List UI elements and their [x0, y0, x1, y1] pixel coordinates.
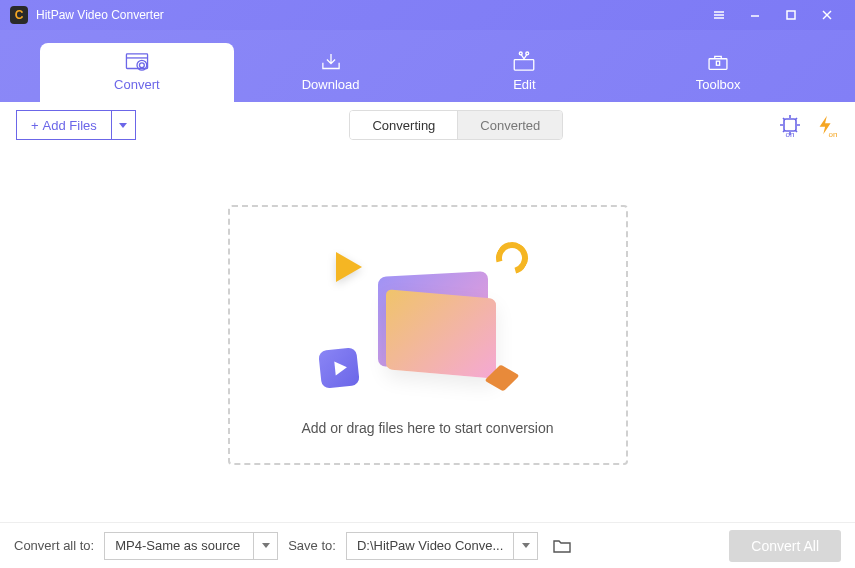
svg-rect-14: [717, 61, 720, 65]
plus-icon: +: [31, 118, 39, 133]
footer: Convert all to: MP4-Same as source Save …: [0, 522, 855, 568]
tab-toolbox-label: Toolbox: [696, 77, 741, 92]
tab-edit[interactable]: Edit: [428, 43, 622, 102]
add-files-button[interactable]: + Add Files: [16, 110, 112, 140]
status-segment: Converting Converted: [349, 110, 563, 140]
main-area: Add or drag files here to start conversi…: [0, 148, 855, 522]
tab-edit-label: Edit: [513, 77, 535, 92]
format-select-value[interactable]: MP4-Same as source: [104, 532, 254, 560]
svg-point-11: [520, 52, 523, 55]
chevron-down-icon: [522, 543, 530, 548]
save-path-caret[interactable]: [514, 532, 538, 560]
save-path-value[interactable]: D:\HitPaw Video Conve...: [346, 532, 514, 560]
segment-converting[interactable]: Converting: [350, 111, 458, 139]
convert-all-to-label: Convert all to:: [14, 538, 94, 553]
svg-rect-13: [709, 59, 727, 70]
open-folder-button[interactable]: [548, 532, 576, 560]
minimize-button[interactable]: [737, 1, 773, 29]
save-to-label: Save to:: [288, 538, 336, 553]
app-logo: C: [10, 6, 28, 24]
tab-convert[interactable]: Convert: [40, 43, 234, 102]
folder-front-icon: [386, 289, 496, 379]
svg-point-12: [526, 52, 529, 55]
lightning-toggle[interactable]: on: [813, 112, 839, 138]
main-tabs: Convert Download Edit Toolbox: [0, 30, 855, 102]
chevron-down-icon: [262, 543, 270, 548]
add-files-group: + Add Files: [16, 110, 136, 140]
tab-download-label: Download: [302, 77, 360, 92]
play-icon: [336, 252, 362, 282]
maximize-button[interactable]: [773, 1, 809, 29]
video-box-icon: [318, 347, 360, 389]
chevron-down-icon: [119, 123, 127, 128]
app-title: HitPaw Video Converter: [36, 8, 701, 22]
dropzone-text: Add or drag files here to start conversi…: [301, 420, 553, 436]
toolbar: + Add Files Converting Converted on on: [0, 102, 855, 148]
gpu-accel-toggle[interactable]: on: [777, 112, 803, 138]
tab-toolbox[interactable]: Toolbox: [621, 43, 815, 102]
format-select: MP4-Same as source: [104, 532, 278, 560]
tab-download[interactable]: Download: [234, 43, 428, 102]
gpu-badge-label: on: [786, 130, 795, 139]
format-select-caret[interactable]: [254, 532, 278, 560]
titlebar: C HitPaw Video Converter: [0, 0, 855, 30]
svg-rect-10: [515, 60, 535, 71]
refresh-icon: [490, 236, 534, 280]
convert-all-button[interactable]: Convert All: [729, 530, 841, 562]
menu-button[interactable]: [701, 1, 737, 29]
close-button[interactable]: [809, 1, 845, 29]
segment-converted[interactable]: Converted: [458, 111, 562, 139]
lightning-badge-label: on: [829, 130, 838, 139]
add-files-label: Add Files: [43, 118, 97, 133]
save-path-select: D:\HitPaw Video Conve...: [346, 532, 538, 560]
add-files-dropdown[interactable]: [112, 110, 136, 140]
dropzone-illustration: [308, 234, 548, 404]
svg-rect-4: [787, 11, 795, 19]
tab-convert-label: Convert: [114, 77, 160, 92]
dropzone[interactable]: Add or drag files here to start conversi…: [228, 205, 628, 465]
